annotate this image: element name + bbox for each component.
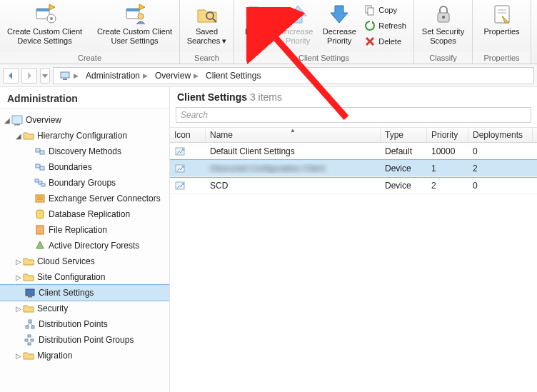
- collapse-icon[interactable]: ◢: [3, 116, 11, 124]
- tree-security[interactable]: ▷ Security: [0, 301, 169, 316]
- table-row[interactable]: SCDDevice20: [170, 177, 537, 194]
- col-type[interactable]: Type: [381, 128, 427, 142]
- distribution-icon: [24, 318, 36, 330]
- svg-rect-11: [249, 7, 259, 20]
- nav-back-button[interactable]: [3, 68, 19, 84]
- refresh-button[interactable]: Refresh: [363, 19, 408, 33]
- arrow-up-icon: [286, 3, 309, 26]
- svg-point-8: [138, 14, 144, 19]
- nav-history-button[interactable]: [40, 68, 50, 84]
- overview-icon: [11, 114, 23, 126]
- tree-discovery[interactable]: Discovery Methods: [0, 144, 169, 159]
- breadcrumb-root[interactable]: ▶: [56, 68, 81, 84]
- folder-icon: [23, 303, 34, 314]
- set-security-scopes-button[interactable]: Set Security Scopes: [418, 0, 468, 46]
- create-custom-device-label: Create Custom Client Device Settings: [0, 27, 90, 46]
- sort-asc-icon: ▲: [290, 127, 296, 134]
- row-icon: [170, 180, 206, 191]
- deploy-button[interactable]: Deploy: [237, 0, 277, 36]
- tree-boundary-groups[interactable]: Boundary Groups: [0, 175, 169, 191]
- arrow-down-icon: [328, 3, 351, 26]
- tree-dist-point-groups[interactable]: Distribution Point Groups: [0, 332, 169, 348]
- svg-marker-15: [331, 6, 348, 23]
- content-pane: Client Settings 3 items Search Icon ▲Nam…: [170, 87, 537, 392]
- expand-icon[interactable]: ▷: [14, 352, 23, 360]
- svg-rect-36: [36, 164, 40, 168]
- nav-forward-button[interactable]: [21, 68, 37, 84]
- tree-client-settings[interactable]: Client Settings: [0, 285, 169, 301]
- table-row[interactable]: Obscured Configuration ClientDevice12: [170, 160, 537, 177]
- svg-rect-52: [28, 335, 31, 337]
- deploy-icon: [246, 3, 268, 26]
- exchange-icon: [34, 193, 46, 204]
- delete-label: Delete: [378, 37, 401, 46]
- chevron-right-icon: ▶: [194, 72, 199, 79]
- create-custom-user-label: Create Custom Client User Settings: [90, 27, 180, 46]
- col-name[interactable]: ▲Name: [206, 128, 381, 142]
- tree-ad-forests[interactable]: Active Directory Forests: [0, 238, 169, 253]
- user-settings-icon: [124, 3, 146, 26]
- copy-button[interactable]: Copy: [363, 3, 408, 17]
- svg-rect-43: [36, 226, 44, 234]
- tree-cloud[interactable]: ▷ Cloud Services: [0, 253, 169, 269]
- tree-dist-points[interactable]: Distribution Points: [0, 316, 169, 332]
- row-name: Obscured Configuration Client: [206, 164, 381, 174]
- increase-priority-label: Increase Priority: [277, 27, 318, 46]
- search-input[interactable]: Search: [176, 107, 531, 123]
- discovery-icon: [34, 146, 46, 157]
- copy-label: Copy: [378, 6, 397, 14]
- properties-button[interactable]: Properties: [477, 0, 527, 36]
- table-row[interactable]: Default Client SettingsDefault100000: [170, 143, 537, 160]
- breadcrumb-administration[interactable]: Administration ▶: [83, 68, 151, 84]
- breadcrumb-overview[interactable]: Overview ▶: [152, 68, 201, 84]
- tree-migration[interactable]: ▷ Migration: [0, 348, 169, 363]
- create-custom-user-button[interactable]: Create Custom Client User Settings: [90, 0, 180, 46]
- expand-icon[interactable]: ▷: [14, 273, 23, 281]
- tree-overview[interactable]: ◢ Overview: [0, 112, 169, 128]
- collapse-icon[interactable]: ◢: [14, 132, 23, 140]
- expand-icon[interactable]: ▷: [14, 258, 23, 266]
- col-priority[interactable]: Priority: [427, 128, 468, 142]
- tree-site-config[interactable]: ▷ Site Configuration: [0, 269, 169, 285]
- tree-hierarchy[interactable]: ◢ Hierarchy Configuration: [0, 128, 169, 144]
- tree-boundaries[interactable]: Boundaries: [0, 159, 169, 175]
- increase-priority-button[interactable]: Increase Priority: [277, 0, 318, 46]
- row-deployments: 0: [468, 146, 533, 156]
- svg-rect-32: [12, 116, 22, 124]
- grid-body: Default Client SettingsDefault100000Obsc…: [170, 143, 537, 194]
- row-priority: 10000: [427, 146, 468, 156]
- svg-line-50: [27, 323, 30, 326]
- ribbon-group-classify-label: Classify: [414, 52, 472, 64]
- decrease-priority-button[interactable]: Decrease Priority: [318, 0, 360, 46]
- col-icon[interactable]: Icon: [170, 128, 206, 142]
- svg-rect-47: [29, 320, 31, 323]
- saved-searches-label: Saved Searches ▾: [182, 27, 232, 46]
- delete-button[interactable]: Delete: [363, 34, 408, 49]
- saved-searches-button[interactable]: Saved Searches ▾: [182, 0, 232, 46]
- breadcrumb-client-settings[interactable]: Client Settings: [203, 68, 264, 84]
- svg-rect-45: [26, 289, 34, 296]
- tree-db-replication[interactable]: Database Replication: [0, 206, 169, 222]
- monitor-icon: [59, 70, 71, 81]
- svg-marker-14: [289, 6, 306, 23]
- device-settings-icon: [34, 3, 56, 26]
- svg-rect-17: [368, 8, 373, 15]
- svg-rect-54: [31, 339, 34, 341]
- row-priority: 2: [427, 181, 468, 191]
- col-deployments[interactable]: Deployments: [468, 128, 533, 142]
- ribbon-group-client-settings: Deploy Increase Priority Decrease Priori…: [234, 0, 414, 64]
- create-custom-device-button[interactable]: Create Custom Client Device Settings: [0, 0, 90, 46]
- tree-exchange[interactable]: Exchange Server Connectors: [0, 191, 169, 206]
- expand-icon[interactable]: ▷: [14, 305, 23, 313]
- boundaries-icon: [34, 161, 46, 173]
- delete-icon: [364, 36, 376, 47]
- properties-label: Properties: [483, 27, 519, 36]
- row-name: SCD: [206, 181, 381, 191]
- tree-file-replication[interactable]: File Replication: [0, 222, 169, 238]
- ribbon-group-properties: Properties Properties: [473, 0, 531, 64]
- search-placeholder: Search: [181, 110, 208, 120]
- svg-rect-46: [28, 296, 32, 298]
- svg-marker-28: [28, 72, 31, 79]
- distribution-groups-icon: [24, 334, 36, 346]
- svg-rect-53: [25, 339, 28, 341]
